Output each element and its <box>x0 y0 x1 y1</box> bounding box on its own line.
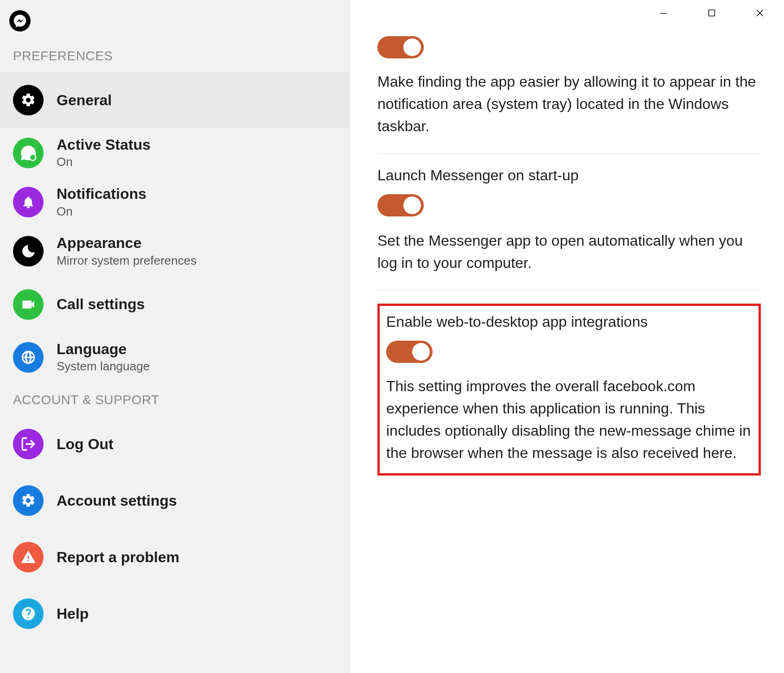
sidebar-item-general[interactable]: General <box>0 72 349 128</box>
sidebar-item-label: Notifications <box>57 185 147 203</box>
sidebar-item-appearance[interactable]: Appearance Mirror system preferences <box>0 227 349 276</box>
sidebar-item-log-out[interactable]: Log Out <box>0 416 349 472</box>
help-icon <box>13 598 44 629</box>
moon-icon <box>13 236 44 267</box>
sidebar-item-label: Appearance <box>57 234 197 252</box>
main-content: Make finding the app easier by allowing … <box>350 0 784 673</box>
gear-icon <box>13 85 44 115</box>
setting-launch-startup: Launch Messenger on start-up Set the Mes… <box>377 154 761 291</box>
setting-description: Set the Messenger app to open automatica… <box>377 229 761 274</box>
sidebar-item-label: General <box>57 91 112 109</box>
section-header-preferences: PREFERENCES <box>0 38 349 72</box>
toggle-web-integration[interactable] <box>386 341 433 363</box>
sidebar-item-sublabel: Mirror system preferences <box>57 253 197 269</box>
setting-title: Launch Messenger on start-up <box>377 167 761 184</box>
sidebar-item-label: Account settings <box>57 492 177 509</box>
globe-icon <box>13 342 44 373</box>
sidebar-item-sublabel: On <box>57 154 151 170</box>
window-minimize-button[interactable] <box>639 0 688 26</box>
setting-title: Enable web-to-desktop app integrations <box>386 313 752 330</box>
sidebar-item-label: Help <box>57 605 89 622</box>
toggle-system-tray[interactable] <box>377 36 424 58</box>
setting-description: Make finding the app easier by allowing … <box>377 70 761 137</box>
sidebar-item-report-problem[interactable]: Report a problem <box>0 529 349 585</box>
sidebar-item-language[interactable]: Language System language <box>0 333 349 382</box>
section-header-account: ACCOUNT & SUPPORT <box>0 382 349 416</box>
logout-icon <box>13 429 44 459</box>
sidebar-item-call-settings[interactable]: Call settings <box>0 276 349 333</box>
setting-system-tray: Make finding the app easier by allowing … <box>377 26 761 154</box>
svg-point-0 <box>30 154 36 160</box>
highlighted-setting-box: Enable web-to-desktop app integrations T… <box>377 304 761 476</box>
sidebar-item-account-settings[interactable]: Account settings <box>0 472 349 529</box>
video-icon <box>13 289 44 320</box>
sidebar-item-label: Report a problem <box>57 548 179 566</box>
sidebar: PREFERENCES General Active Status On Not… <box>0 0 350 673</box>
messenger-logo-icon <box>9 10 31 32</box>
sidebar-item-label: Call settings <box>57 295 145 313</box>
toggle-launch-startup[interactable] <box>377 194 424 216</box>
sidebar-item-sublabel: System language <box>57 359 150 375</box>
window-close-button[interactable] <box>736 0 784 26</box>
app-logo-container <box>0 0 349 38</box>
sidebar-item-help[interactable]: Help <box>0 585 349 642</box>
gear-icon <box>13 485 44 516</box>
sidebar-item-notifications[interactable]: Notifications On <box>0 178 349 227</box>
sidebar-item-label: Log Out <box>57 435 114 453</box>
sidebar-item-label: Language <box>57 340 150 358</box>
window-titlebar <box>350 0 784 26</box>
setting-description: This setting improves the overall facebo… <box>386 375 752 464</box>
chat-status-icon <box>13 138 44 168</box>
warning-icon <box>13 542 44 572</box>
window-maximize-button[interactable] <box>688 0 736 26</box>
sidebar-item-sublabel: On <box>57 204 147 220</box>
sidebar-item-label: Active Status <box>57 136 151 153</box>
svg-rect-2 <box>660 13 667 13</box>
bell-icon <box>13 187 44 217</box>
svg-rect-3 <box>709 10 715 16</box>
sidebar-item-active-status[interactable]: Active Status On <box>0 128 349 178</box>
